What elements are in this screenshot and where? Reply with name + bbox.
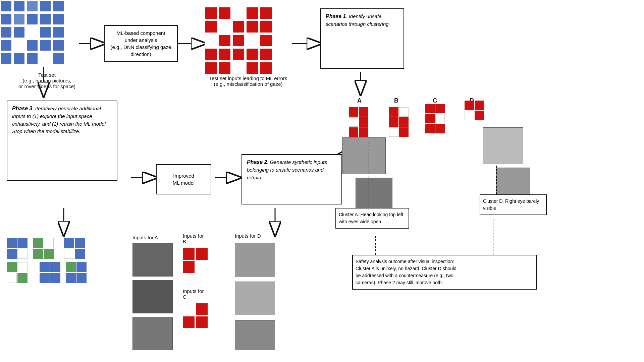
test-set-label: Test set (e.g., human pictures, or rover… — [10, 72, 84, 89]
cluster-a-face1 — [342, 137, 386, 174]
cluster-a-tiles — [349, 107, 368, 137]
inputs-a-label: Inputs for A — [132, 235, 176, 240]
cluster-d-tiles — [465, 101, 484, 120]
inputs-c-label: Inputs for C — [183, 288, 223, 300]
inputs-a-face1 — [132, 243, 173, 277]
cluster-a-annotation: Cluster A. Head looking top left with ey… — [335, 208, 409, 229]
improved-cluster — [7, 238, 87, 283]
cluster-a-label: A — [357, 97, 362, 104]
cluster-c-tiles — [425, 104, 445, 133]
red-error-cluster — [205, 7, 272, 74]
error-set-label: Test set inputs leading to ML errors (e.… — [195, 75, 302, 87]
phase1-box: Phase 1. Identify unsafe scenarios throu… — [320, 8, 404, 69]
safety-analysis-box: Safety analysis outcome after visual ins… — [352, 255, 537, 290]
inputs-d-label: Inputs for D — [235, 233, 278, 239]
inputs-d-face1 — [235, 243, 275, 277]
inputs-b-tiles — [183, 248, 208, 273]
ml-box: ML-based component under analysis (e.g.,… — [104, 25, 178, 62]
improved-model-box: Improved ML model — [156, 164, 211, 194]
inputs-d-face2 — [235, 282, 275, 315]
inputs-a-face3 — [132, 317, 173, 350]
diagram: Test set (e.g., human pictures, or rover… — [0, 0, 644, 362]
inputs-d-face3 — [235, 320, 275, 350]
phase2-box: Phase 2. Generate synthetic inputs belon… — [241, 154, 342, 204]
cluster-b-label: B — [394, 97, 398, 104]
inputs-a-face2 — [132, 280, 173, 313]
inputs-c-tiles — [183, 303, 208, 328]
cluster-d-face1 — [483, 127, 523, 164]
phase3-box: Phase 3. Iteratively generate additional… — [7, 101, 117, 181]
cluster-c-label: C — [433, 97, 437, 104]
cluster-d-annotation: Cluster D. Right eye barely visible — [480, 194, 547, 215]
ml-box-text: ML-based component under analysis (e.g.,… — [111, 29, 171, 58]
cluster-b-tiles — [389, 107, 409, 137]
inputs-b-label: Inputs for B — [183, 233, 223, 244]
